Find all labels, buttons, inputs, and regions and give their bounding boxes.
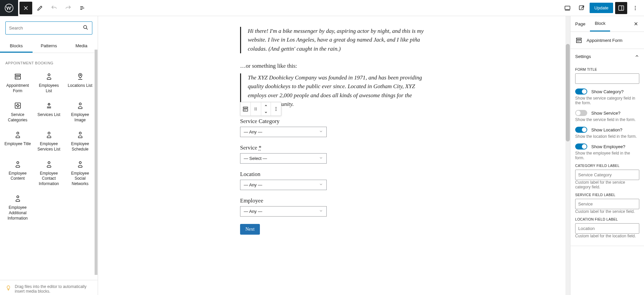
svg-point-34 (79, 103, 81, 105)
svg-point-26 (17, 105, 19, 107)
location-field-label-help: Custom label for the location field. (575, 234, 639, 238)
toggle-show-location-help: Show the location field in the form. (575, 134, 639, 139)
toggle-show-employee-label: Show Employee? (591, 144, 625, 149)
block-item-services-list[interactable]: Services List (34, 98, 64, 126)
select-location[interactable]: — Any — (240, 180, 327, 190)
preview-button[interactable] (576, 2, 588, 14)
block-item-label: Employee Title (4, 141, 31, 147)
undo-button[interactable] (48, 2, 60, 14)
update-button[interactable]: Update (590, 3, 613, 13)
svg-point-61 (276, 107, 276, 108)
form-title-label: FORM TITLE (575, 67, 639, 71)
toggle-show-service[interactable] (575, 110, 587, 116)
quote-1[interactable]: Hi there! I'm a bike messenger by day, a… (240, 27, 428, 53)
view-button[interactable] (561, 2, 573, 14)
block-item-label: Employee Schedule (66, 141, 94, 152)
edit-mode-button[interactable] (34, 2, 46, 14)
block-item-employee-social-networks[interactable]: Employee Social Networks (65, 157, 95, 190)
service-field-label-heading: SERVICE FIELD LABEL (575, 193, 639, 197)
block-item-employees-list[interactable]: Employees List (34, 69, 64, 97)
svg-point-60 (256, 110, 257, 110)
label-employee: Employee (240, 197, 428, 204)
svg-point-38 (48, 132, 50, 134)
block-item-appointment-form[interactable]: Appointment Form (3, 69, 33, 97)
next-button[interactable]: Next (240, 224, 260, 235)
drag-handle-button[interactable] (251, 102, 261, 116)
move-down-button[interactable] (261, 109, 271, 116)
wp-logo[interactable] (0, 0, 18, 16)
document-overview-button[interactable] (76, 2, 89, 14)
location-field-label-heading: LOCATION FIELD LABEL (575, 217, 639, 221)
block-item-employee-additional-information[interactable]: Employee Additional Information (3, 191, 33, 224)
svg-point-21 (48, 74, 50, 76)
settings-panel-header[interactable]: Settings (570, 49, 644, 64)
toggle-show-employee[interactable] (575, 143, 587, 150)
sidebar-tab-page[interactable]: Page (570, 17, 590, 31)
editor-canvas[interactable]: Hi there! I'm a bike messenger by day, a… (98, 16, 570, 295)
select-employee[interactable]: — Any — (240, 206, 327, 217)
settings-panel-toggle[interactable] (615, 2, 627, 14)
or-line[interactable]: …or something like this: (240, 63, 428, 69)
svg-rect-66 (577, 38, 582, 40)
svg-point-55 (255, 108, 255, 108)
block-item-employee-image[interactable]: Employee Image (65, 98, 95, 126)
canvas-scroll-thumb[interactable] (566, 44, 570, 141)
scroll-down-icon[interactable] (95, 272, 97, 275)
scroll-thumb[interactable] (95, 52, 97, 272)
scroll-up-icon[interactable] (95, 50, 97, 52)
block-item-employee-contact-information[interactable]: Employee Contact Information (34, 157, 64, 190)
block-icon (45, 102, 53, 110)
block-item-locations-list[interactable]: Locations List (65, 69, 95, 97)
sidebar-tab-block[interactable]: Block (590, 16, 610, 32)
chevron-down-icon (319, 182, 323, 187)
sidebar-tabs: Page Block (570, 16, 644, 32)
block-more-button[interactable] (271, 102, 281, 116)
block-search-input[interactable] (5, 21, 92, 35)
select-service[interactable]: — Select — (240, 153, 327, 164)
redo-button[interactable] (62, 2, 75, 14)
block-item-employee-schedule[interactable]: Employee Schedule (65, 127, 95, 155)
tab-media[interactable]: Media (65, 40, 98, 53)
move-up-button[interactable] (261, 102, 271, 109)
block-icon (45, 160, 53, 168)
toggle-show-location[interactable] (575, 127, 587, 133)
toggle-show-category[interactable] (575, 88, 587, 95)
sidebar-close-button[interactable] (631, 18, 641, 29)
svg-point-11 (635, 6, 636, 7)
block-type-button[interactable] (240, 102, 250, 116)
select-service-category[interactable]: — Any — (240, 127, 327, 137)
svg-point-31 (48, 104, 50, 105)
block-grid: Appointment FormEmployees ListLocations … (0, 69, 98, 224)
block-item-employee-content[interactable]: Employee Content (3, 157, 33, 190)
main: Blocks Patterns Media APPOINTMENT BOOKIN… (0, 16, 644, 295)
close-inserter-button[interactable] (19, 2, 32, 14)
category-field-label-input[interactable] (575, 170, 639, 180)
settings-sidebar: Page Block Appointment Form Settings FOR… (570, 16, 644, 295)
inserter-tabs: Blocks Patterns Media (0, 40, 98, 53)
location-field-label-input[interactable] (575, 223, 639, 234)
service-field-label-input[interactable] (575, 199, 639, 209)
topbar-right: Update (561, 2, 641, 14)
tab-patterns[interactable]: Patterns (33, 40, 65, 53)
label-service: Service * (240, 144, 428, 151)
svg-point-23 (80, 75, 81, 76)
more-options-button[interactable] (629, 2, 641, 14)
svg-point-12 (635, 7, 636, 8)
block-item-employee-services-list[interactable]: Employee Services List (34, 127, 64, 155)
category-field-label-help: Custom label for the service category fi… (575, 180, 639, 189)
inserter-panel: Blocks Patterns Media APPOINTMENT BOOKIN… (0, 16, 98, 295)
canvas-scrollbar[interactable] (565, 16, 570, 295)
block-item-label: Employees List (35, 83, 62, 94)
form-title-input[interactable] (575, 73, 639, 84)
block-item-label: Employee Content (4, 171, 31, 181)
topbar-left (0, 0, 89, 16)
toggle-show-service-help: Show the service field in the form. (575, 117, 639, 122)
toggle-show-category-label: Show Category? (591, 89, 624, 94)
svg-point-14 (84, 25, 87, 28)
tab-blocks[interactable]: Blocks (0, 40, 33, 53)
block-item-employee-title[interactable]: Employee Title (3, 127, 33, 155)
label-service-category: Service Category (240, 118, 428, 125)
block-icon (14, 102, 22, 110)
inserter-scrollbar[interactable] (94, 50, 98, 275)
block-item-service-categories[interactable]: Service Categories (3, 98, 33, 126)
